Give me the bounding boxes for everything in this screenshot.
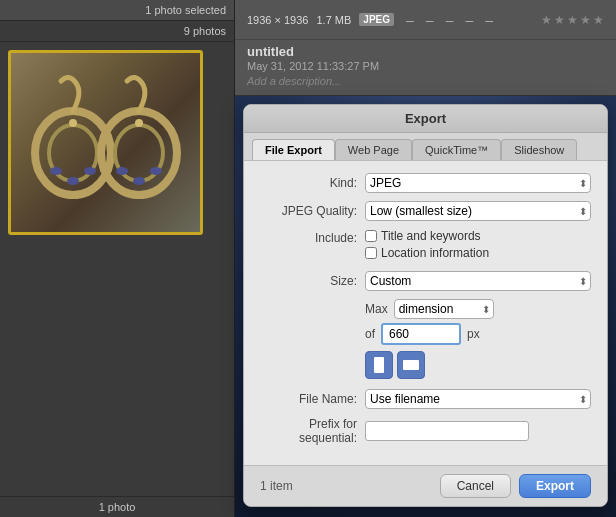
photo-grid (0, 42, 234, 496)
kind-label: Kind: (260, 176, 365, 190)
item-count: 1 item (260, 479, 293, 493)
quality-select-wrapper: Low (smallest size) Medium High Maximum (365, 201, 591, 221)
photo-controls: – – – – – (406, 12, 493, 28)
dialog-tabs: File Export Web Page QuickTime™ Slidesho… (244, 133, 607, 161)
kind-row: Kind: JPEG PNG TIFF (260, 173, 591, 193)
thumbnail-image (11, 53, 200, 232)
landscape-button[interactable] (397, 351, 425, 379)
export-dialog: Export File Export Web Page QuickTime™ S… (243, 104, 608, 507)
include-control: Title and keywords Location information (365, 229, 591, 263)
footer-buttons: Cancel Export (440, 474, 591, 498)
filename-label: File Name: (260, 392, 365, 406)
control-3[interactable]: – (446, 12, 454, 28)
orientation-buttons (365, 351, 591, 379)
of-label: of (365, 327, 375, 341)
size-label: Size: (260, 274, 365, 288)
kind-select-wrapper: JPEG PNG TIFF (365, 173, 591, 193)
kind-control: JPEG PNG TIFF (365, 173, 591, 193)
portrait-icon (372, 356, 386, 374)
file-size: 1.7 MB (316, 14, 351, 26)
control-5[interactable]: – (485, 12, 493, 28)
dialog-footer: 1 item Cancel Export (244, 465, 607, 506)
max-label: Max (365, 302, 388, 316)
photo-description[interactable]: Add a description... (247, 75, 604, 87)
portrait-button[interactable] (365, 351, 393, 379)
quality-select[interactable]: Low (smallest size) Medium High Maximum (365, 201, 591, 221)
cancel-button[interactable]: Cancel (440, 474, 511, 498)
filename-row: File Name: Use filename Sequential Custo… (260, 389, 591, 409)
quality-row: JPEG Quality: Low (smallest size) Medium… (260, 201, 591, 221)
dialog-body: Kind: JPEG PNG TIFF JPEG Quality: (244, 161, 607, 465)
include-row: Include: Title and keywords Location inf… (260, 229, 591, 263)
photo-thumbnail[interactable] (8, 50, 203, 235)
svg-point-2 (50, 167, 62, 175)
svg-point-8 (133, 177, 145, 185)
control-2[interactable]: – (426, 12, 434, 28)
dimension-select[interactable]: dimension width height (394, 299, 494, 319)
px-label: px (467, 327, 480, 341)
title-keywords-label: Title and keywords (381, 229, 481, 243)
bottom-count-label: 1 photo (99, 501, 136, 513)
filename-select[interactable]: Use filename Sequential Custom name (365, 389, 591, 409)
selected-count-label: 1 photo selected (145, 4, 226, 16)
filename-select-wrapper: Use filename Sequential Custom name (365, 389, 591, 409)
quality-control: Low (smallest size) Medium High Maximum (365, 201, 591, 221)
selected-count-bar: 1 photo selected (0, 0, 234, 21)
svg-point-9 (150, 167, 162, 175)
dimension-select-wrapper: dimension width height (394, 299, 494, 319)
size-control: Custom Full Size Small Medium Large (365, 271, 591, 291)
photo-meta: untitled May 31, 2012 11:33:27 PM Add a … (235, 40, 616, 96)
svg-point-4 (84, 167, 96, 175)
control-1[interactable]: – (406, 12, 414, 28)
svg-rect-13 (403, 360, 419, 370)
photo-date: May 31, 2012 11:33:27 PM (247, 60, 604, 72)
svg-rect-12 (374, 357, 384, 373)
dialog-title: Export (244, 105, 607, 133)
tab-quicktime[interactable]: QuickTime™ (412, 139, 501, 160)
star-4[interactable]: ★ (580, 13, 591, 27)
tab-web-page[interactable]: Web Page (335, 139, 412, 160)
include-label: Include: (260, 229, 365, 245)
export-button[interactable]: Export (519, 474, 591, 498)
svg-point-7 (116, 167, 128, 175)
photos-count-bar: 9 photos (0, 21, 234, 42)
prefix-control (365, 421, 591, 441)
photos-count-label: 9 photos (184, 25, 226, 37)
svg-point-11 (135, 119, 143, 127)
svg-point-10 (69, 119, 77, 127)
prefix-input[interactable] (365, 421, 529, 441)
photo-info-bar: 1936 × 1936 1.7 MB JPEG – – – – – ★ ★ ★ … (235, 0, 616, 40)
svg-point-3 (67, 177, 79, 185)
quality-label: JPEG Quality: (260, 204, 365, 218)
location-label: Location information (381, 246, 489, 260)
prefix-label: Prefix for sequential: (260, 417, 365, 445)
kind-select[interactable]: JPEG PNG TIFF (365, 173, 591, 193)
size-select-wrapper: Custom Full Size Small Medium Large (365, 271, 591, 291)
star-3[interactable]: ★ (567, 13, 578, 27)
star-2[interactable]: ★ (554, 13, 565, 27)
title-keywords-checkbox[interactable] (365, 230, 377, 242)
px-input[interactable] (381, 323, 461, 345)
jewelry-illustration (21, 63, 191, 223)
bottom-bar: 1 photo (0, 496, 234, 517)
size-select[interactable]: Custom Full Size Small Medium Large (365, 271, 591, 291)
landscape-icon (402, 358, 420, 372)
control-4[interactable]: – (465, 12, 473, 28)
photo-dimensions: 1936 × 1936 (247, 14, 308, 26)
photo-title: untitled (247, 44, 604, 59)
tab-file-export[interactable]: File Export (252, 139, 335, 160)
right-panel: 1936 × 1936 1.7 MB JPEG – – – – – ★ ★ ★ … (235, 0, 616, 517)
prefix-row: Prefix for sequential: (260, 417, 591, 445)
left-panel: 1 photo selected 9 photos (0, 0, 235, 517)
location-checkbox[interactable] (365, 247, 377, 259)
of-row: of px (365, 323, 591, 345)
size-row: Size: Custom Full Size Small Medium Larg… (260, 271, 591, 291)
star-5[interactable]: ★ (593, 13, 604, 27)
title-keywords-row: Title and keywords (365, 229, 591, 243)
star-1[interactable]: ★ (541, 13, 552, 27)
filename-control: Use filename Sequential Custom name (365, 389, 591, 409)
format-badge: JPEG (359, 13, 394, 26)
max-row: Max dimension width height (365, 299, 591, 319)
location-row: Location information (365, 246, 591, 260)
tab-slideshow[interactable]: Slideshow (501, 139, 577, 160)
